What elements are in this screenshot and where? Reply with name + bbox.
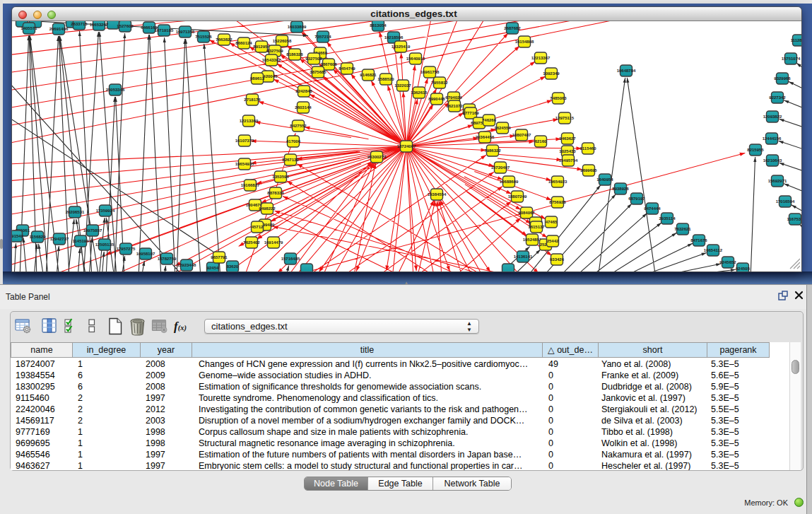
svg-text:9242848: 9242848 [295,89,312,93]
svg-text:10958107: 10958107 [136,252,155,256]
svg-text:9699695: 9699695 [580,168,597,173]
svg-text:924505: 924505 [736,267,751,271]
svg-text:1640954: 1640954 [596,177,613,182]
svg-text:19654923: 19654923 [548,180,567,184]
svg-text:8471676: 8471676 [690,238,707,243]
svg-text:15495754: 15495754 [559,158,578,163]
svg-text:15692971: 15692971 [768,179,787,183]
svg-text:6794024: 6794024 [445,95,462,100]
svg-text:1112840: 1112840 [791,38,801,42]
svg-text:1624554: 1624554 [494,126,511,130]
svg-text:12213369: 12213369 [240,119,259,123]
svg-text:15716485: 15716485 [281,257,300,261]
svg-text:1621072: 1621072 [446,104,463,108]
svg-text:83620: 83620 [227,264,239,269]
svg-text:25053346: 25053346 [106,88,125,92]
svg-text:13325419: 13325419 [392,45,411,49]
svg-text:391549: 391549 [12,234,24,238]
svg-text:17359924: 17359924 [96,209,115,213]
svg-text:1615137: 1615137 [528,225,545,229]
svg-text:9227342: 9227342 [769,95,786,100]
svg-text:7485063: 7485063 [550,96,567,100]
svg-text:8267130: 8267130 [282,158,299,162]
svg-text:1322037: 1322037 [394,83,411,88]
svg-text:9474444: 9474444 [644,206,661,211]
svg-text:9115460: 9115460 [579,146,596,151]
svg-text:62160: 62160 [535,139,547,144]
svg-text:16033809: 16033809 [288,25,307,29]
svg-text:1588520: 1588520 [377,77,394,81]
svg-text:2603144: 2603144 [295,105,312,110]
svg-text:25300273: 25300273 [367,155,387,159]
svg-text:7632621: 7632621 [674,227,691,231]
svg-text:19384554: 19384554 [428,192,447,197]
svg-text:9245652: 9245652 [719,260,736,264]
svg-text:12975115: 12975115 [555,116,575,120]
svg-text:92454: 92454 [207,266,219,270]
svg-text:1405571: 1405571 [20,26,37,30]
svg-text:8660124: 8660124 [235,41,252,45]
svg-text:7357214: 7357214 [314,35,331,39]
svg-text:10654112: 10654112 [704,248,723,252]
svg-text:10648784: 10648784 [617,69,636,73]
svg-text:7515526: 7515526 [195,35,212,39]
svg-text:2633715: 2633715 [71,22,88,26]
svg-text:16914479: 16914479 [264,240,283,245]
svg-text:16210643: 16210643 [763,158,782,163]
svg-text:9084067: 9084067 [518,211,535,215]
svg-text:7986322: 7986322 [484,148,501,153]
svg-text:16961758: 16961758 [420,70,440,74]
svg-text:7955812: 7955812 [431,81,448,85]
svg-text:746266: 746266 [482,118,497,122]
svg-text:17016504: 17016504 [776,199,795,204]
svg-text:10688609: 10688609 [500,180,519,184]
svg-text:15226058: 15226058 [273,39,292,43]
svg-text:2935114: 2935114 [659,216,676,221]
svg-text:12942737: 12942737 [50,237,69,241]
svg-text:20206531: 20206531 [66,210,85,214]
svg-text:8215955: 8215955 [747,148,764,152]
svg-text:19654935: 19654935 [235,162,254,166]
svg-text:18807249: 18807249 [508,194,527,199]
svg-text:12093822: 12093822 [763,115,782,119]
svg-text:9146821: 9146821 [360,73,377,77]
svg-text:9327508: 9327508 [305,57,322,61]
svg-text:2687682: 2687682 [504,26,521,30]
svg-text:15640910: 15640910 [406,57,425,61]
svg-text:6879197: 6879197 [628,197,645,201]
svg-text:9329966: 9329966 [774,76,791,81]
svg-text:9498222: 9498222 [259,206,276,211]
svg-text:15751074: 15751074 [782,57,801,61]
svg-text:25442: 25442 [547,239,559,243]
svg-text:16154808: 16154808 [515,40,534,44]
svg-text:16782759: 16782759 [158,257,177,261]
svg-text:9463627: 9463627 [559,136,576,141]
svg-text:1353594: 1353594 [272,175,289,179]
svg-text:16107373: 16107373 [235,139,254,143]
svg-text:8990448: 8990448 [428,97,445,101]
svg-text:15720407: 15720407 [491,165,510,170]
svg-text:14136141: 14136141 [514,255,533,259]
svg-text:989613: 989613 [250,76,265,81]
svg-text:3875685: 3875685 [310,70,326,74]
svg-text:20691406: 20691406 [49,27,69,31]
svg-text:1092349: 1092349 [543,71,560,76]
svg-text:8878334: 8878334 [267,191,284,195]
svg-text:10653267: 10653267 [90,23,109,27]
svg-text:1167537: 1167537 [787,217,801,221]
svg-text:8186328: 8186328 [286,52,303,57]
svg-text:47465: 47465 [546,220,558,224]
svg-text:19218506: 19218506 [384,35,404,40]
svg-text:12444156: 12444156 [763,136,782,141]
svg-text:417006: 417006 [286,139,301,144]
svg-text:1362615: 1362615 [411,90,428,95]
svg-text:8454749: 8454749 [339,66,355,71]
svg-text:7625402: 7625402 [243,240,260,245]
svg-text:9657791: 9657791 [211,255,228,259]
svg-text:1156829: 1156829 [29,235,46,239]
svg-text:8938928: 8938928 [612,187,629,191]
svg-text:45712: 45712 [252,225,264,229]
svg-text:20364456: 20364456 [476,135,495,139]
svg-text:1025433: 1025433 [559,149,576,153]
svg-text:10719185: 10719185 [155,28,174,33]
